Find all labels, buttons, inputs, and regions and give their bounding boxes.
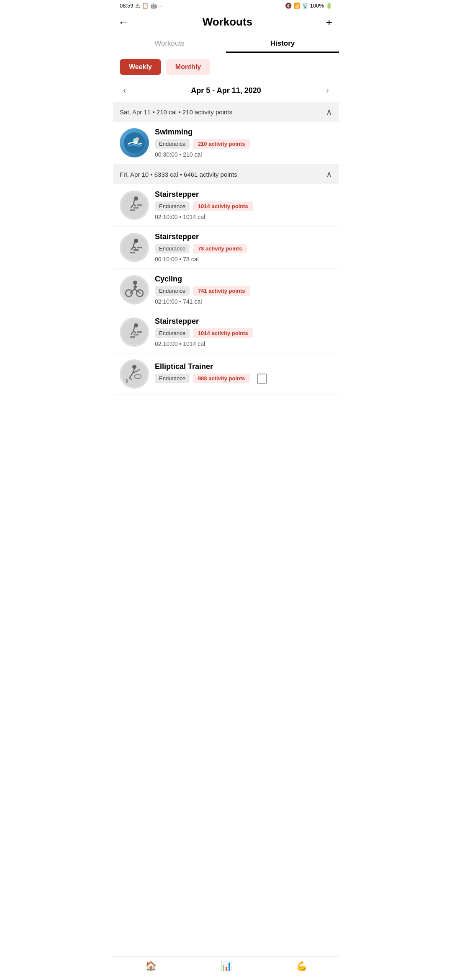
monthly-toggle[interactable]: Monthly bbox=[166, 59, 210, 75]
stairstepper-1-meta: 02:10:00 • 1014 cal bbox=[155, 214, 332, 220]
elliptical-icon bbox=[120, 359, 149, 389]
alert-icon: ⚠ bbox=[135, 3, 140, 9]
cycling-meta: 02:10:00 • 741 cal bbox=[155, 298, 332, 305]
stairstepper-1-badges: Endurance 1014 activity points bbox=[155, 201, 332, 211]
endurance-badge-e: Endurance bbox=[155, 374, 190, 383]
svg-rect-7 bbox=[137, 204, 142, 206]
svg-rect-15 bbox=[137, 247, 142, 248]
elliptical-info: Elliptical Trainer Endurance 988 activit… bbox=[155, 362, 332, 386]
workout-item-stairstepper-1[interactable]: Stairstepper Endurance 1014 activity poi… bbox=[113, 184, 339, 227]
stairstepper-icon-3 bbox=[120, 317, 149, 347]
stairstepper-2-name: Stairstepper bbox=[155, 232, 332, 241]
workout-item-cycling[interactable]: Cycling Endurance 741 activity points 02… bbox=[113, 269, 339, 311]
tabs-container: Workouts History bbox=[113, 33, 339, 53]
date-navigator: ‹ Apr 5 - Apr 11, 2020 › bbox=[113, 81, 339, 102]
svg-rect-40 bbox=[126, 379, 128, 383]
endurance-badge-s3: Endurance bbox=[155, 328, 190, 338]
wifi-icon: 📶 bbox=[293, 3, 300, 9]
stairstepper-3-info: Stairstepper Endurance 1014 activity poi… bbox=[155, 317, 332, 347]
signal-icon: 📡 bbox=[302, 3, 308, 9]
cycling-icon bbox=[120, 275, 149, 304]
svg-rect-28 bbox=[137, 331, 142, 333]
svg-point-12 bbox=[134, 239, 138, 243]
android-icon: 🤖 bbox=[150, 3, 157, 9]
battery-icon: 🔋 bbox=[326, 3, 332, 9]
task-icon: 📋 bbox=[142, 3, 149, 9]
tab-history[interactable]: History bbox=[226, 33, 339, 53]
stairstepper-2-meta: 00:10:00 • 78 cal bbox=[155, 256, 332, 263]
back-button[interactable]: ← bbox=[118, 17, 129, 28]
points-badge-s2: 78 activity points bbox=[193, 244, 247, 253]
day-section-sat-apr-11[interactable]: Sat, Apr 11 • 210 cal • 210 activity poi… bbox=[113, 102, 339, 122]
svg-rect-13 bbox=[130, 252, 135, 253]
period-toggle: Weekly Monthly bbox=[113, 53, 339, 81]
points-badge-s1: 1014 activity points bbox=[193, 201, 253, 211]
svg-point-25 bbox=[134, 323, 138, 328]
dots-icon: ··· bbox=[159, 3, 163, 9]
header: ← Workouts + bbox=[113, 11, 339, 33]
next-date-button[interactable]: › bbox=[324, 85, 331, 96]
stairstepper-2-badges: Endurance 78 activity points bbox=[155, 244, 332, 253]
status-left: 08:59 ⚠ 📋 🤖 ··· bbox=[120, 3, 163, 9]
stairstepper-icon-1 bbox=[120, 191, 149, 220]
weekly-toggle[interactable]: Weekly bbox=[120, 59, 161, 75]
swimming-name: Swimming bbox=[155, 128, 332, 137]
svg-point-20 bbox=[133, 281, 137, 285]
svg-rect-26 bbox=[130, 336, 135, 338]
endurance-badge-s1: Endurance bbox=[155, 201, 190, 211]
date-range-title: Apr 5 - Apr 11, 2020 bbox=[128, 86, 323, 95]
points-badge-c: 741 activity points bbox=[193, 286, 250, 296]
cycling-badges: Endurance 741 activity points bbox=[155, 286, 332, 296]
status-right: 🔇 📶 📡 100% 🔋 bbox=[285, 3, 332, 9]
swimming-badges: Endurance 210 activity points bbox=[155, 139, 332, 149]
cycling-name: Cycling bbox=[155, 275, 332, 284]
elliptical-badges: Endurance 988 activity points bbox=[155, 374, 332, 384]
points-badge: 210 activity points bbox=[193, 139, 250, 149]
svg-point-33 bbox=[132, 365, 136, 369]
stairstepper-1-name: Stairstepper bbox=[155, 190, 332, 199]
add-button[interactable]: + bbox=[326, 17, 332, 28]
page-title: Workouts bbox=[129, 15, 326, 28]
svg-rect-14 bbox=[134, 249, 139, 251]
stairstepper-2-info: Stairstepper Endurance 78 activity point… bbox=[155, 232, 332, 263]
endurance-badge: Endurance bbox=[155, 139, 190, 149]
tab-workouts[interactable]: Workouts bbox=[113, 33, 226, 53]
content: Weekly Monthly ‹ Apr 5 - Apr 11, 2020 › … bbox=[113, 53, 339, 428]
status-bar: 08:59 ⚠ 📋 🤖 ··· 🔇 📶 📡 100% 🔋 bbox=[113, 0, 339, 11]
elliptical-name: Elliptical Trainer bbox=[155, 362, 332, 371]
svg-point-4 bbox=[134, 196, 138, 201]
prev-date-button[interactable]: ‹ bbox=[121, 85, 128, 96]
cycling-info: Cycling Endurance 741 activity points 02… bbox=[155, 275, 332, 305]
workout-item-stairstepper-2[interactable]: Stairstepper Endurance 78 activity point… bbox=[113, 227, 339, 269]
battery-percent: 100% bbox=[310, 3, 324, 9]
time: 08:59 bbox=[120, 3, 134, 9]
chevron-up-icon-2: ∧ bbox=[326, 169, 332, 179]
stairstepper-3-badges: Endurance 1014 activity points bbox=[155, 328, 332, 338]
svg-rect-5 bbox=[130, 209, 135, 211]
stairstepper-3-meta: 02:10:00 • 1014 cal bbox=[155, 340, 332, 347]
workout-item-elliptical[interactable]: Elliptical Trainer Endurance 988 activit… bbox=[113, 353, 339, 395]
day-section-fri-apr-10[interactable]: Fri, Apr 10 • 6333 cal • 6461 activity p… bbox=[113, 164, 339, 184]
points-badge-s3: 1014 activity points bbox=[193, 328, 253, 338]
partial-checkbox[interactable] bbox=[257, 374, 267, 384]
endurance-badge-c: Endurance bbox=[155, 286, 190, 296]
stairstepper-3-name: Stairstepper bbox=[155, 317, 332, 326]
stairstepper-1-info: Stairstepper Endurance 1014 activity poi… bbox=[155, 190, 332, 220]
swimming-info: Swimming Endurance 210 activity points 0… bbox=[155, 128, 332, 158]
workout-item-swimming[interactable]: Swimming Endurance 210 activity points 0… bbox=[113, 122, 339, 164]
svg-rect-6 bbox=[134, 207, 139, 209]
mute-icon: 🔇 bbox=[285, 3, 292, 9]
day-header-text-sat: Sat, Apr 11 • 210 cal • 210 activity poi… bbox=[120, 108, 232, 116]
svg-point-2 bbox=[136, 137, 139, 141]
stairstepper-icon-2 bbox=[120, 233, 149, 262]
chevron-up-icon: ∧ bbox=[326, 107, 332, 117]
swimming-icon bbox=[120, 128, 149, 157]
day-header-text-fri: Fri, Apr 10 • 6333 cal • 6461 activity p… bbox=[120, 171, 237, 178]
svg-rect-27 bbox=[134, 334, 139, 335]
points-badge-e: 988 activity points bbox=[193, 374, 250, 383]
endurance-badge-s2: Endurance bbox=[155, 244, 190, 253]
swimming-meta: 00:30:00 • 210 cal bbox=[155, 151, 332, 158]
workout-item-stairstepper-3[interactable]: Stairstepper Endurance 1014 activity poi… bbox=[113, 311, 339, 353]
